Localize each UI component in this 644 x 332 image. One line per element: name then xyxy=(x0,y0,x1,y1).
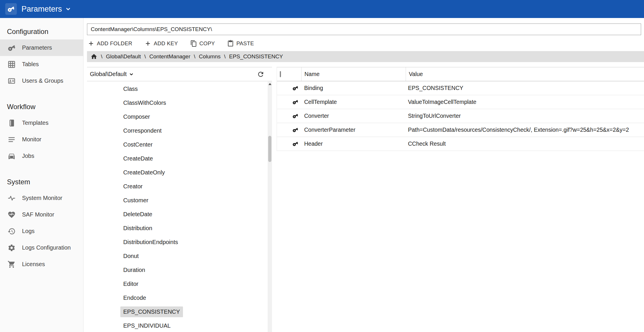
sidebar-section-configuration: Configuration Parameters Tables Users & … xyxy=(0,27,83,89)
tree-scrollbar[interactable] xyxy=(268,82,272,332)
sidebar-item-label: SAF Monitor xyxy=(22,211,54,218)
tree-item-label: Editor xyxy=(120,279,141,289)
tree-item-label: Distribution xyxy=(120,223,155,234)
sidebar-item-logs-configuration[interactable]: Logs Configuration xyxy=(0,239,83,256)
scope-selector: Global\Default xyxy=(87,67,272,81)
parameters-table: Name Value Binding EPS_CONSISTENCY CellT… xyxy=(277,67,644,151)
breadcrumb-separator: \ xyxy=(194,53,195,60)
add-folder-button[interactable]: ADD FOLDER xyxy=(88,40,132,47)
sidebar-item-label: Parameters xyxy=(22,44,52,51)
plus-icon xyxy=(88,40,95,47)
column-header-value: Value xyxy=(406,67,644,81)
tree-item[interactable]: DeleteDate xyxy=(120,207,268,221)
tree-item-label: Customer xyxy=(120,195,151,206)
paste-icon xyxy=(227,40,234,47)
param-value: Path=CustomData/resources/ConsistencyChe… xyxy=(406,127,644,133)
tree-item-label: CostCenter xyxy=(120,139,155,150)
tree-item[interactable]: CreateDateOnly xyxy=(120,165,268,179)
table-row[interactable]: Binding EPS_CONSISTENCY xyxy=(277,81,644,95)
scrollbar-up-arrow[interactable] xyxy=(268,82,272,86)
param-value: EPS_CONSISTENCY xyxy=(406,85,644,91)
sidebar-item-jobs[interactable]: Jobs xyxy=(0,148,83,164)
table-row[interactable]: CellTemplate ValueToImageCellTemplate xyxy=(277,95,644,109)
tree-panel: Global\Default Class ClassWithColors Com… xyxy=(87,67,272,332)
table-header: Name Value xyxy=(277,67,644,81)
table-row[interactable]: Header CCheck Result xyxy=(277,137,644,151)
scope-label[interactable]: Global\Default xyxy=(90,71,127,77)
tree-item[interactable]: Composer xyxy=(120,110,268,124)
tree-item[interactable]: CreateDate xyxy=(120,151,268,165)
tree-item-label: Endcode xyxy=(120,293,149,303)
key-icon xyxy=(291,84,300,92)
tree-item[interactable]: Editor xyxy=(120,277,268,291)
sidebar-item-parameters[interactable]: Parameters xyxy=(0,39,83,56)
tree-item[interactable]: Endcode xyxy=(120,291,268,305)
paste-button[interactable]: PASTE xyxy=(227,40,254,47)
id-card-icon xyxy=(8,77,16,85)
chevron-down-icon[interactable] xyxy=(65,6,71,12)
sidebar-item-label: Licenses xyxy=(22,261,45,268)
add-key-button[interactable]: ADD KEY xyxy=(144,40,178,47)
tree-item[interactable]: CostCenter xyxy=(120,138,268,151)
scrollbar-thumb[interactable] xyxy=(268,136,271,162)
param-name: Converter xyxy=(301,113,406,119)
sidebar-item-saf-monitor[interactable]: SAF Monitor xyxy=(0,206,83,223)
tree-item-label: Duration xyxy=(120,265,148,275)
sidebar-item-label: Jobs xyxy=(22,153,34,159)
section-heading: Configuration xyxy=(0,27,83,37)
table-row[interactable]: ConverterParameter Path=CustomData/resou… xyxy=(277,123,644,137)
app-menu-button[interactable] xyxy=(5,3,17,15)
breadcrumb-segment[interactable]: Global\Default xyxy=(106,53,141,60)
sidebar-item-label: Users & Groups xyxy=(22,77,63,84)
tree-item[interactable]: ClassWithColors xyxy=(120,96,268,110)
sidebar-item-users-groups[interactable]: Users & Groups xyxy=(0,73,83,89)
param-name: Header xyxy=(301,140,406,147)
content-split: Global\Default Class ClassWithColors Com… xyxy=(87,67,644,332)
sidebar-item-label: Logs xyxy=(22,228,35,234)
breadcrumb-segment[interactable]: EPS_CONSISTENCY xyxy=(229,53,283,60)
sidebar-item-logs[interactable]: Logs xyxy=(0,223,83,239)
pulse-icon xyxy=(8,194,16,202)
tree-item-selected[interactable]: EPS_CONSISTENCY xyxy=(120,305,268,319)
tree-item[interactable]: DistributionEndpoints xyxy=(120,235,268,249)
tree-item-label: Class xyxy=(120,84,141,94)
tree-item[interactable]: Correspondent xyxy=(120,124,268,138)
key-icon xyxy=(291,126,300,134)
breadcrumb-separator: \ xyxy=(101,53,102,60)
tree-item[interactable]: Distribution xyxy=(120,221,268,235)
tree-item[interactable]: Class xyxy=(120,82,268,96)
breadcrumb: \ Global\Default \ ContentManager \ Colu… xyxy=(87,51,644,62)
select-all-checkbox[interactable] xyxy=(280,71,281,77)
sidebar-item-templates[interactable]: Templates xyxy=(0,115,83,131)
sidebar-item-label: System Monitor xyxy=(22,195,62,201)
path-input[interactable] xyxy=(87,24,641,35)
main-content: ADD FOLDER ADD KEY COPY PASTE \ Global\D… xyxy=(84,18,644,332)
tree-item-label: Donut xyxy=(120,251,142,261)
sidebar-item-tables[interactable]: Tables xyxy=(0,56,83,73)
table-row[interactable]: Converter StringToUrlConverter xyxy=(277,109,644,123)
tree-item[interactable]: Creator xyxy=(120,179,268,193)
tree-item[interactable]: Duration xyxy=(120,263,268,277)
tree-item[interactable]: Customer xyxy=(120,193,268,207)
breadcrumb-segment[interactable]: ContentManager xyxy=(149,53,191,60)
sidebar-item-licenses[interactable]: Licenses xyxy=(0,256,83,273)
tree-item[interactable]: Donut xyxy=(120,249,268,263)
copy-button[interactable]: COPY xyxy=(190,40,215,47)
home-icon[interactable] xyxy=(90,53,97,60)
sidebar-section-system: System System Monitor SAF Monitor Logs L… xyxy=(0,177,83,273)
sidebar-item-system-monitor[interactable]: System Monitor xyxy=(0,190,83,206)
parameters-grid-panel: Name Value Binding EPS_CONSISTENCY CellT… xyxy=(277,67,644,332)
breadcrumb-separator: \ xyxy=(224,53,226,60)
refresh-icon[interactable] xyxy=(257,71,264,78)
copy-icon xyxy=(190,40,197,47)
param-name: ConverterParameter xyxy=(301,127,406,133)
sidebar-item-monitor[interactable]: Monitor xyxy=(0,131,83,148)
paste-label: PASTE xyxy=(236,40,254,47)
breadcrumb-segment[interactable]: Columns xyxy=(199,53,221,60)
tree-item-label: ClassWithColors xyxy=(120,98,169,108)
tree-item-label: EPS_INDIVIDUAL xyxy=(120,320,173,331)
chevron-down-icon[interactable] xyxy=(129,72,134,77)
tree-item[interactable]: EPS_INDIVIDUAL xyxy=(120,319,268,332)
sidebar-item-label: Logs Configuration xyxy=(22,244,71,251)
add-folder-label: ADD FOLDER xyxy=(97,40,132,47)
